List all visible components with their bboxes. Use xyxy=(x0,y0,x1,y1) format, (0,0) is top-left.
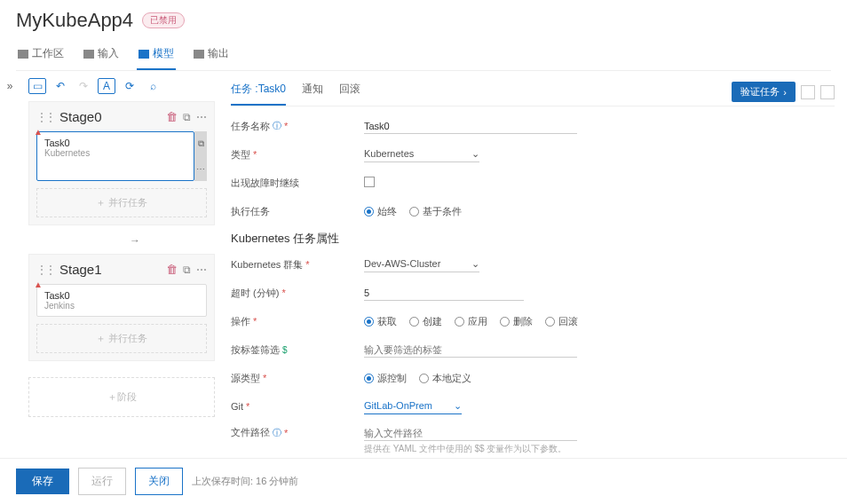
status-badge: 已禁用 xyxy=(142,12,185,28)
tab-label: 工作区 xyxy=(32,46,64,61)
tagfilter-label: 按标签筛选 xyxy=(231,343,280,357)
last-saved-text: 上次保存时间: 16 分钟前 xyxy=(192,475,298,488)
source-radio-local[interactable]: 本地定义 xyxy=(419,372,471,385)
stage-panel: ▭ ↶ ↷ A ⟳ ⌕ ⋮⋮ Stage0 🗑 ⧉ ⋯ ▲ xyxy=(20,71,224,458)
filepath-label: 文件路径 xyxy=(231,426,270,439)
task-sidebar[interactable]: ⧉⋯ xyxy=(194,131,207,181)
exec-label: 执行任务 xyxy=(231,205,270,218)
undo-icon[interactable]: ↶ xyxy=(51,78,69,94)
exec-radio-conditional[interactable]: 基于条件 xyxy=(409,205,462,218)
k8s-section-title: Kubernetes 任务属性 xyxy=(231,231,835,247)
task-menu-icon[interactable]: ⋯ xyxy=(196,164,205,174)
workspace-icon xyxy=(18,50,28,59)
collapse-rail[interactable]: » xyxy=(0,71,20,458)
required-mark: * xyxy=(253,316,257,327)
task-name: Task0 xyxy=(44,138,186,148)
cluster-select[interactable]: Dev-AWS-Cluster⌄ xyxy=(364,256,479,272)
git-label: Git xyxy=(231,401,243,412)
task-name-input[interactable] xyxy=(364,119,577,134)
copy-task-icon[interactable]: ⧉ xyxy=(198,138,204,149)
info-icon[interactable]: ⓘ xyxy=(273,120,281,132)
task-type: Jenkins xyxy=(44,301,199,311)
tab-model[interactable]: 模型 xyxy=(137,41,176,70)
action-radio-create[interactable]: 创建 xyxy=(409,315,442,328)
output-icon xyxy=(194,50,204,59)
model-icon xyxy=(139,50,149,59)
type-select[interactable]: Kubernetes⌄ xyxy=(364,146,479,162)
detail-tab-rollback[interactable]: 回滚 xyxy=(339,78,360,106)
tab-workspace[interactable]: 工作区 xyxy=(16,41,66,70)
task-name: Task0 xyxy=(44,290,199,301)
chevron-right-icon: › xyxy=(783,87,787,98)
drag-icon[interactable]: ⋮⋮ xyxy=(36,111,54,123)
action-radio-apply[interactable]: 应用 xyxy=(455,315,487,328)
page-title: MyKubeApp4 xyxy=(16,9,133,32)
source-label: 源类型 xyxy=(231,372,260,385)
git-select[interactable]: GitLab-OnPrem⌄ xyxy=(364,398,462,414)
run-button[interactable]: 运行 xyxy=(78,468,126,495)
delete-stage-icon[interactable]: 🗑 xyxy=(166,263,178,276)
task-card[interactable]: ▲ Task0 Kubernetes xyxy=(36,131,194,181)
copy-stage-icon[interactable]: ⧉ xyxy=(183,111,191,123)
stage-title[interactable]: Stage1 xyxy=(59,262,161,277)
expand-icon[interactable] xyxy=(801,85,815,99)
stage-menu-icon[interactable]: ⋯ xyxy=(196,111,207,123)
action-radio-delete[interactable]: 删除 xyxy=(500,315,533,328)
warning-icon: ▲ xyxy=(34,280,43,289)
toolbar-a-icon[interactable]: A xyxy=(98,78,115,94)
stage-menu-icon[interactable]: ⋯ xyxy=(196,264,207,276)
drag-icon[interactable]: ⋮⋮ xyxy=(36,264,54,276)
fullscreen-icon[interactable] xyxy=(820,85,835,99)
filepath-hint-ex: Ex: GIT_BRANCH_NAME: ${input.GIT_BRANCH_… xyxy=(364,456,835,458)
close-button[interactable]: 关闭 xyxy=(135,468,183,495)
detail-tab-task[interactable]: 任务 :Task0 xyxy=(231,78,286,106)
action-radio-get[interactable]: 获取 xyxy=(364,315,397,328)
task-card[interactable]: ▲ Task0 Jenkins xyxy=(36,284,207,317)
chevron-down-icon: ⌄ xyxy=(471,148,479,160)
task-type: Kubernetes xyxy=(44,148,186,158)
save-button[interactable]: 保存 xyxy=(16,469,69,494)
continue-checkbox[interactable] xyxy=(364,177,375,187)
flow-arrow-icon: → xyxy=(55,234,215,247)
search-icon[interactable]: ⌕ xyxy=(144,78,162,94)
exec-radio-always[interactable]: 始终 xyxy=(364,205,397,218)
required-mark: * xyxy=(284,428,288,438)
add-parallel-task[interactable]: ＋ 并行任务 xyxy=(36,188,207,217)
cluster-label: Kubernetes 群集 xyxy=(231,258,303,272)
tab-output[interactable]: 输出 xyxy=(192,41,231,70)
required-mark: * xyxy=(281,287,285,298)
tagfilter-input[interactable] xyxy=(364,343,577,358)
timeout-label: 超时 (分钟) xyxy=(231,287,279,300)
tab-input[interactable]: 输入 xyxy=(82,41,121,70)
delete-stage-icon[interactable]: 🗑 xyxy=(166,110,178,123)
timeout-input[interactable] xyxy=(364,286,524,301)
tab-label: 输出 xyxy=(208,46,229,61)
required-mark: * xyxy=(246,401,249,412)
toolbar-view-icon[interactable]: ▭ xyxy=(28,78,46,94)
type-label: 类型 xyxy=(231,148,250,161)
redo-icon[interactable]: ↷ xyxy=(75,78,92,94)
required-mark: * xyxy=(263,373,266,383)
copy-stage-icon[interactable]: ⧉ xyxy=(183,264,191,276)
continue-label: 出现故障时继续 xyxy=(231,177,299,190)
variable-icon[interactable]: $ xyxy=(282,345,288,355)
refresh-icon[interactable]: ⟳ xyxy=(121,78,139,94)
required-mark: * xyxy=(305,259,309,270)
stage-title[interactable]: Stage0 xyxy=(59,109,161,124)
validate-button[interactable]: 验证任务› xyxy=(732,82,796,102)
add-parallel-task[interactable]: ＋ 并行任务 xyxy=(36,324,207,353)
warning-icon: ▲ xyxy=(34,127,43,137)
stage-card: ⋮⋮ Stage0 🗑 ⧉ ⋯ ▲ Task0 Kubernetes ⧉⋯ ＋ … xyxy=(28,101,215,225)
action-radio-rollback[interactable]: 回滚 xyxy=(545,315,578,328)
action-label: 操作 xyxy=(231,315,250,328)
add-stage[interactable]: ＋阶段 xyxy=(28,377,215,417)
info-icon[interactable]: ⓘ xyxy=(273,427,281,439)
chevron-down-icon: ⌄ xyxy=(454,400,462,412)
filepath-input[interactable] xyxy=(364,426,577,441)
required-mark: * xyxy=(284,121,288,131)
main-tabs: 工作区 输入 模型 输出 xyxy=(16,41,831,71)
detail-tab-notify[interactable]: 通知 xyxy=(302,78,323,106)
name-label: 任务名称 xyxy=(231,120,270,133)
detail-panel: 任务 :Task0 通知 回滚 验证任务› 任务名称 ⓘ * 类型 * Kube… xyxy=(224,71,847,458)
source-radio-scm[interactable]: 源控制 xyxy=(364,372,407,385)
